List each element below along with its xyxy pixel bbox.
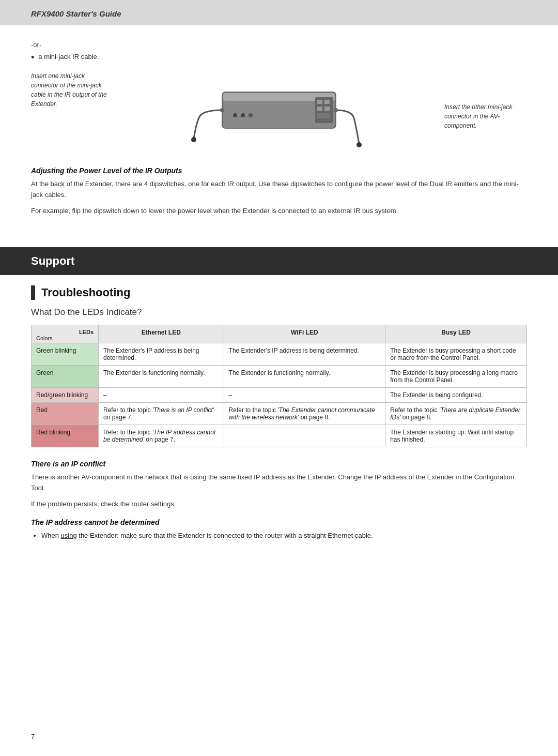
bullet-underline: using [61, 532, 77, 539]
led-cell: Refer to the topic 'The Extender cannot … [224, 403, 385, 425]
top-content: -or- • a mini-jack IR cable. Insert one … [0, 25, 558, 232]
header-bar: RFX9400 Starter's Guide [0, 0, 558, 25]
leds-label: LEDs [36, 329, 94, 335]
svg-point-3 [241, 113, 245, 117]
ir-outputs-section: Adjusting the Power Level of the IR Outp… [31, 167, 527, 216]
led-cell [224, 425, 385, 447]
led-cell: The Extender's IP address is being deter… [99, 343, 224, 366]
table-header-row: LEDs Colors Ethernet LED WiFi LED Busy L… [32, 325, 527, 343]
svg-point-14 [334, 108, 338, 112]
led-cell: The Extender is busy processing a short … [385, 343, 527, 366]
subsection-title: What Do the LEDs Indicate? [31, 307, 527, 317]
table-row: Red/green blinking––The Extender is bein… [32, 388, 527, 403]
bullet-prefix: When [41, 532, 61, 539]
ir-outputs-p1: At the back of the Extender, there are 4… [31, 179, 527, 201]
bullet-suffix: the Extender: make sure that the Extende… [77, 532, 373, 539]
svg-rect-9 [324, 107, 330, 111]
led-cell: Refer to the topic 'The IP address canno… [99, 425, 224, 447]
led-cell: The Extender is being configured. [385, 388, 527, 403]
led-color-cell: Red [32, 403, 99, 425]
bullet-icon: • [31, 53, 34, 62]
ip-undetermined-heading: The IP address cannot be determined [31, 518, 527, 526]
support-header: Support [0, 247, 558, 275]
led-cell: – [99, 388, 224, 403]
col-header-busy: Busy LED [385, 325, 527, 343]
page: RFX9400 Starter's Guide -or- • a mini-ja… [0, 0, 558, 756]
list-item: When using the Extender: make sure that … [41, 531, 527, 541]
led-cell: The Extender is busy processing a long m… [385, 366, 527, 388]
led-color-cell: Green blinking [32, 343, 99, 366]
led-cell: Refer to the topic 'There are duplicate … [385, 403, 527, 425]
svg-rect-10 [317, 113, 330, 118]
section-title: Troubleshooting [31, 275, 527, 303]
table-row: GreenThe Extender is functioning normall… [32, 366, 527, 388]
led-color-cell: Green [32, 366, 99, 388]
ip-conflict-heading: There is an IP conflict [31, 460, 527, 468]
diagram-left-caption: Insert one mini-jack connector of the mi… [31, 71, 114, 109]
or-text: -or- [31, 41, 527, 49]
led-cell: The Extender is starting up. Wait until … [385, 425, 527, 447]
led-cell: The Extender is functioning normally. [224, 366, 385, 388]
table-corner-header: LEDs Colors [32, 325, 99, 343]
top-section: -or- • a mini-jack IR cable. Insert one … [31, 25, 527, 232]
diagram-image [114, 71, 444, 154]
svg-point-11 [191, 137, 196, 142]
support-title: Support [31, 254, 74, 267]
section-title-bar [31, 285, 35, 300]
col-header-ethernet: Ethernet LED [99, 325, 224, 343]
ir-outputs-heading: Adjusting the Power Level of the IR Outp… [31, 167, 527, 175]
table-row: Red blinkingRefer to the topic 'The IP a… [32, 425, 527, 447]
led-cell: – [224, 388, 385, 403]
led-table: LEDs Colors Ethernet LED WiFi LED Busy L… [31, 325, 527, 447]
col-header-wifi: WiFi LED [224, 325, 385, 343]
table-row: RedRefer to the topic 'There is an IP co… [32, 403, 527, 425]
led-cell: The Extender's IP address is being deter… [224, 343, 385, 366]
ip-conflict-p1: There is another AV-component in the net… [31, 472, 527, 494]
svg-point-12 [357, 142, 362, 147]
guide-title: RFX9400 Starter's Guide [31, 9, 121, 18]
led-cell: Refer to the topic 'There is an IP confl… [99, 403, 224, 425]
diagram-right-caption: Insert the other mini-jack connector in … [444, 71, 527, 130]
svg-rect-8 [317, 107, 322, 111]
ip-conflict-p2: If the problem persists, check the route… [31, 499, 527, 510]
page-number: 7 [31, 733, 35, 740]
ip-undetermined-list: When using the Extender: make sure that … [31, 531, 527, 541]
svg-point-2 [233, 113, 237, 117]
svg-point-4 [249, 113, 253, 117]
bullet-text: a mini-jack IR cable. [38, 53, 99, 61]
ip-conflict-section: There is an IP conflict There is another… [31, 460, 527, 509]
section-title-text: Troubleshooting [41, 286, 130, 299]
led-cell: The Extender is functioning normally. [99, 366, 224, 388]
led-color-cell: Red blinking [32, 425, 99, 447]
ir-outputs-p2: For example, flip the dipswitch down to … [31, 206, 527, 217]
table-row: Green blinkingThe Extender's IP address … [32, 343, 527, 366]
svg-point-13 [220, 108, 224, 112]
led-color-cell: Red/green blinking [32, 388, 99, 403]
troubleshooting-section: Troubleshooting What Do the LEDs Indicat… [0, 275, 558, 541]
svg-rect-7 [324, 100, 330, 104]
diagram-area: Insert one mini-jack connector of the mi… [31, 71, 527, 154]
colors-label: Colors [36, 335, 94, 341]
device-illustration [191, 71, 367, 154]
ip-undetermined-section: The IP address cannot be determined When… [31, 518, 527, 541]
svg-rect-6 [317, 100, 322, 104]
bullet-item: • a mini-jack IR cable. [31, 53, 527, 62]
